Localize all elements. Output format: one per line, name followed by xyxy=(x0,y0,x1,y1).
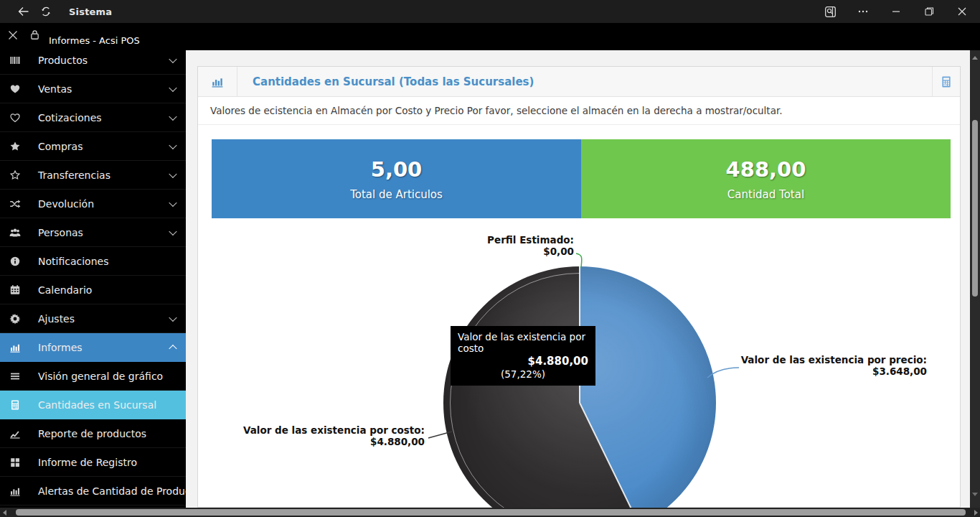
horizontal-scrollbar[interactable] xyxy=(0,508,980,517)
pie-chart[interactable] xyxy=(443,266,716,508)
window-title: Sistema xyxy=(69,6,112,17)
sidebar-item-label: Ajustes xyxy=(38,313,75,325)
sidebar-item-vision-general[interactable]: Visión general de gráfico xyxy=(0,362,186,391)
scroll-left-arrow-icon[interactable] xyxy=(3,510,6,516)
sidebar-item-label: Productos xyxy=(38,55,88,66)
users-icon xyxy=(9,227,21,238)
bar-chart-icon xyxy=(9,485,21,497)
sidebar-item-informes[interactable]: Informes xyxy=(0,333,186,362)
sidebar-item-ventas[interactable]: Ventas xyxy=(0,75,186,103)
chevron-down-icon xyxy=(169,198,176,206)
card-value: 488,00 xyxy=(726,157,806,182)
gear-icon xyxy=(9,313,21,325)
minimize-icon xyxy=(890,6,902,17)
tab-close-button[interactable] xyxy=(7,29,20,42)
panel-header: Cantidades en Sucursal (Todas las Sucurs… xyxy=(198,67,960,97)
card-label: Cantidad Total xyxy=(727,188,804,201)
callout-value: $0,00 xyxy=(487,246,574,257)
heart-outline-icon xyxy=(9,112,21,124)
sidebar-item-ajustes[interactable]: Ajustes xyxy=(0,304,186,333)
grid-icon xyxy=(9,457,21,468)
scroll-right-arrow-icon[interactable] xyxy=(974,510,978,516)
tab-title: Informes - Acsi POS xyxy=(49,35,140,46)
search-in-page-icon xyxy=(824,6,837,18)
chevron-down-icon xyxy=(169,313,176,321)
restore-button[interactable] xyxy=(913,0,946,23)
total-articles-card: 5,00 Total de Articulos xyxy=(212,139,581,218)
chevron-down-icon xyxy=(169,227,176,235)
line-chart-icon xyxy=(9,428,21,439)
sidebar-item-label: Visión general de gráfico xyxy=(38,371,163,382)
sidebar-item-cotizaciones[interactable]: Cotizaciones xyxy=(0,103,186,132)
sidebar-item-label: Informe de Registro xyxy=(38,457,137,468)
sidebar-item-cantidades-en-sucursal[interactable]: Cantidades en Sucursal xyxy=(0,391,186,419)
refresh-icon xyxy=(40,6,52,17)
tooltip-label: Valor de las existencia por costo xyxy=(458,331,588,354)
ellipsis-icon xyxy=(857,6,869,17)
vertical-scrollbar-thumb[interactable] xyxy=(972,120,978,297)
tooltip-percent: (57,22%) xyxy=(458,368,588,380)
sidebar-item-alertas-de-cantidad[interactable]: Alertas de Cantidad de Producto xyxy=(0,477,186,506)
refresh-button[interactable] xyxy=(34,0,57,23)
bar-chart-icon xyxy=(198,67,237,96)
chevron-down-icon xyxy=(169,112,176,120)
info-icon xyxy=(9,256,21,267)
sidebar-item-label: Ventas xyxy=(38,83,72,95)
callout-label: Valor de las existencia por precio: xyxy=(741,354,927,365)
calculator-icon xyxy=(9,399,21,411)
back-button[interactable] xyxy=(11,0,34,23)
chevron-down-icon xyxy=(169,83,176,91)
shuffle-icon xyxy=(9,198,21,210)
sidebar-item-transferencias[interactable]: Transferencias xyxy=(0,161,186,190)
scroll-down-arrow-icon[interactable] xyxy=(972,493,978,496)
star-outline-icon xyxy=(9,169,21,181)
callout-label: Valor de las existencia por costo: xyxy=(243,424,425,436)
search-in-sidebar-button[interactable] xyxy=(814,0,847,23)
pie-chart-area: Perfil Estimado: $0,00 Valor de las exis… xyxy=(198,218,960,508)
list-icon xyxy=(9,371,21,382)
horizontal-scrollbar-thumb[interactable] xyxy=(16,509,966,516)
close-button[interactable] xyxy=(946,0,979,23)
back-arrow-icon xyxy=(17,6,29,17)
sidebar-item-compras[interactable]: Compras xyxy=(0,132,186,161)
callout-existencia-precio: Valor de las existencia por precio: $3.6… xyxy=(741,354,927,377)
sidebar-item-label: Personas xyxy=(38,227,83,238)
scroll-up-arrow-icon[interactable] xyxy=(972,56,978,60)
sidebar-item-label: Cantidades en Sucursal xyxy=(38,399,156,411)
calculator-icon xyxy=(940,75,953,88)
sidebar-item-label: Notificaciones xyxy=(38,256,108,267)
vertical-scrollbar[interactable] xyxy=(970,50,980,508)
sidebar-item-label: Informes xyxy=(38,342,83,353)
tooltip-value: $4.880,00 xyxy=(458,355,588,368)
sidebar-item-productos[interactable]: Productos xyxy=(0,50,186,75)
callout-perfil-estimado: Perfil Estimado: $0,00 xyxy=(487,234,574,257)
sidebar-item-calendario[interactable]: Calendario xyxy=(0,276,186,304)
sidebar-item-informe-de-registro[interactable]: Informe de Registro xyxy=(0,448,186,477)
chevron-down-icon xyxy=(169,55,176,62)
close-icon xyxy=(956,6,968,17)
sidebar-item-notificaciones[interactable]: Notificaciones xyxy=(0,247,186,276)
chevron-down-icon xyxy=(169,169,176,177)
sidebar-item-personas[interactable]: Personas xyxy=(0,218,186,247)
more-options-button[interactable] xyxy=(847,0,880,23)
minimize-button[interactable] xyxy=(880,0,913,23)
warehouse-selector-button[interactable] xyxy=(932,67,960,96)
sidebar: Productos Ventas Cotizaciones Compras Tr… xyxy=(0,50,186,508)
callout-existencia-costo: Valor de las existencia por costo: $4.88… xyxy=(243,424,425,447)
card-value: 5,00 xyxy=(371,157,423,182)
tab-bar: Informes - Acsi POS xyxy=(0,23,980,50)
lock-icon xyxy=(29,29,42,42)
sidebar-item-devolucion[interactable]: Devolución xyxy=(0,190,186,218)
close-icon xyxy=(7,29,19,41)
chevron-down-icon xyxy=(169,141,176,149)
summary-cards: 5,00 Total de Articulos 488,00 Cantidad … xyxy=(212,139,951,218)
report-subtitle: Valores de ecistencia en Almacén por Cos… xyxy=(198,97,960,125)
report-panel: Cantidades en Sucursal (Todas las Sucurs… xyxy=(197,66,961,508)
sidebar-item-reporte-de-productos[interactable]: Reporte de productos xyxy=(0,419,186,448)
sidebar-item-label: Transferencias xyxy=(38,169,110,181)
sidebar-item-label: Alertas de Cantidad de Producto xyxy=(38,485,186,497)
star-filled-icon xyxy=(9,141,21,152)
card-label: Total de Articulos xyxy=(350,188,443,201)
sidebar-item-label: Cotizaciones xyxy=(38,112,102,124)
callout-label: Perfil Estimado: xyxy=(487,234,574,246)
